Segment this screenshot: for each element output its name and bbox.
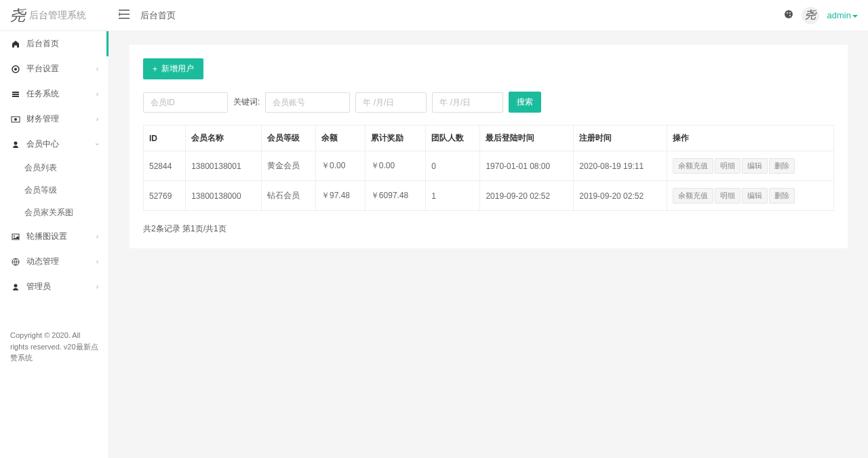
list-icon [10,90,21,98]
sidebar-item-platform[interactable]: 平台设置 › [0,56,108,81]
sidebar-item-dynamic[interactable]: 动态管理 › [0,249,108,274]
action-button[interactable]: 删除 [769,158,795,174]
date-to-input[interactable] [432,92,503,113]
sidebar-item-member[interactable]: 会员中心 › [0,132,108,157]
sidebar-item-label: 管理员 [26,281,51,292]
table-cell: ￥6097.48 [365,181,425,211]
sidebar-item-carousel[interactable]: 轮播图设置 › [0,224,108,249]
user-name-label: admin [827,10,851,20]
table-row: 5276913800138000钻石会员￥97.48￥6097.4812019-… [144,181,834,211]
sidebar-item-label: 后台首页 [26,38,59,50]
table-cell: ￥0.00 [316,151,366,181]
menu-toggle-icon[interactable] [116,7,132,24]
action-button[interactable]: 编辑 [742,158,768,174]
svg-point-3 [789,15,791,16]
chevron-right-icon: › [96,258,98,265]
keyword-label: 关键词: [233,96,260,108]
globe-icon [10,258,21,266]
svg-point-1 [787,12,788,14]
members-table: ID会员名称会员等级余额累计奖励团队人数最后登陆时间注册时间操作 5284413… [143,125,834,211]
table-header: 会员等级 [261,126,315,151]
sidebar-item-task[interactable]: 任务系统 › [0,81,108,107]
member-id-input[interactable] [143,92,228,113]
logo-area: 尧 后台管理系统 [10,5,111,26]
gear-icon [10,65,21,73]
date-from-input[interactable] [355,92,427,113]
svg-rect-6 [12,92,19,93]
logo-text: 后台管理系统 [29,9,86,22]
chevron-down-icon: › [94,143,101,145]
sidebar-item-label: 会员中心 [26,138,59,150]
svg-rect-7 [12,94,19,95]
action-button[interactable]: 明细 [715,158,741,174]
svg-point-5 [14,68,17,71]
sidebar-item-home[interactable]: 后台首页 [0,31,108,56]
table-header: 会员名称 [186,126,262,151]
home-icon [10,40,21,48]
member-account-input[interactable] [265,92,350,113]
svg-point-15 [14,284,18,287]
table-cell: 52844 [144,151,186,181]
search-button[interactable]: 搜索 [509,92,541,113]
header-right: 尧 admin [784,7,858,24]
avatar[interactable]: 尧 [802,7,819,24]
table-cell: ￥0.00 [365,151,425,181]
sidebar-item-label: 任务系统 [26,88,59,100]
user-icon [10,140,21,149]
svg-point-11 [14,141,18,145]
sidebar-item-label: 平台设置 [26,63,59,75]
sidebar-item-label: 动态管理 [26,256,59,267]
table-header: 最后登陆时间 [480,126,574,151]
table-cell: 2019-09-20 02:52 [574,181,667,211]
add-user-button[interactable]: 新增用户 [143,58,203,79]
table-cell-actions: 余额充值明细编辑删除 [667,151,834,181]
chevron-right-icon: › [96,90,98,98]
action-button[interactable]: 余额充值 [673,188,713,204]
filter-bar: 关键词: 搜索 [143,92,834,113]
content-card: 新增用户 关键词: 搜索 ID会员名称会员等级余额累计奖励团队人数最后登陆时间注… [130,45,848,248]
svg-point-13 [14,235,15,237]
menu-toggle-area: 后台首页 [111,7,176,24]
table-cell: 2019-09-20 02:52 [480,181,574,211]
svg-point-10 [14,118,17,121]
table-cell: 1970-01-01 08:00 [480,151,574,181]
palette-icon[interactable] [784,9,793,21]
header: 尧 后台管理系统 后台首页 尧 admin [0,0,868,31]
image-icon [10,233,21,240]
breadcrumb: 后台首页 [140,9,176,22]
table-header: ID [144,126,186,151]
money-icon [10,116,21,123]
table-cell: 钻石会员 [261,181,315,211]
sidebar-item-admin[interactable]: 管理员 › [0,274,108,299]
action-button[interactable]: 编辑 [742,188,768,204]
user-icon [10,283,21,291]
sidebar-subitem-member-tree[interactable]: 会员家关系图 [0,202,108,224]
pagination-info: 共2条记录 第1页/共1页 [143,223,834,235]
main-content: 新增用户 关键词: 搜索 ID会员名称会员等级余额累计奖励团队人数最后登陆时间注… [109,31,868,458]
table-header: 操作 [667,126,834,151]
table-cell-actions: 余额充值明细编辑删除 [667,181,834,211]
logo-icon: 尧 [10,5,25,26]
chevron-right-icon: › [96,115,98,123]
user-menu[interactable]: admin [827,10,858,20]
table-header: 注册时间 [574,126,667,151]
sidebar-subitem-member-level[interactable]: 会员等级 [0,179,108,202]
table-cell: 52769 [144,181,186,211]
table-row: 5284413800138001黄金会员￥0.00￥0.0001970-01-0… [144,151,834,181]
chevron-right-icon: › [96,65,98,73]
table-cell: 13800138001 [186,151,262,181]
chevron-right-icon: › [96,233,98,240]
table-cell: ￥97.48 [316,181,366,211]
action-button[interactable]: 删除 [769,188,795,204]
action-button[interactable]: 明细 [715,188,741,204]
sidebar-subitem-member-list[interactable]: 会员列表 [0,157,108,179]
table-cell: 0 [426,151,480,181]
sidebar: 后台首页 平台设置 › 任务系统 › 财务管理 › 会员中心 › 会员列表 会员… [0,31,109,458]
table-cell: 黄金会员 [261,151,315,181]
action-button[interactable]: 余额充值 [673,158,713,174]
table-header: 团队人数 [426,126,480,151]
sidebar-item-label: 财务管理 [26,113,59,125]
chevron-right-icon: › [96,283,98,290]
sidebar-item-finance[interactable]: 财务管理 › [0,107,108,132]
table-cell: 13800138000 [186,181,262,211]
